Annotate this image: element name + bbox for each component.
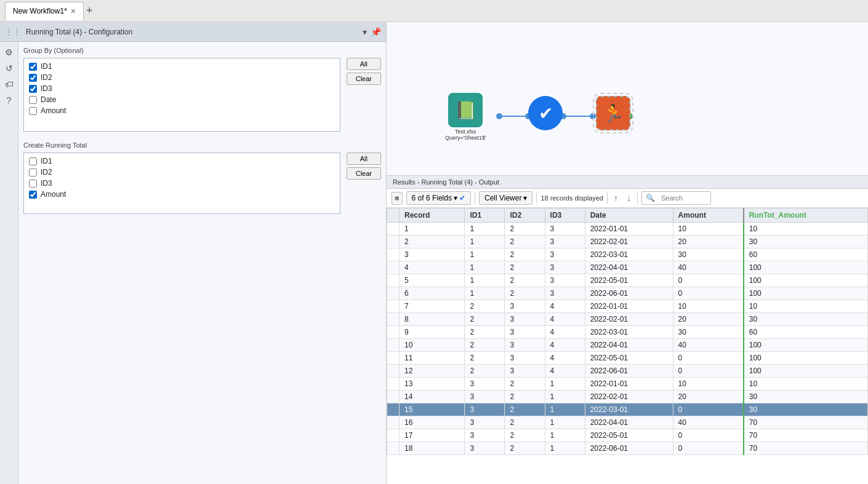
table-cell[interactable]: 40 <box>673 339 744 352</box>
table-row[interactable]: 51232022-05-010100 <box>387 274 868 287</box>
table-cell[interactable]: 1 <box>465 223 505 236</box>
table-cell[interactable]: 0 <box>673 442 744 455</box>
table-cell[interactable]: 60 <box>744 248 868 261</box>
nav-down-btn[interactable]: ↓ <box>624 192 633 204</box>
table-cell[interactable]: 60 <box>744 326 868 339</box>
table-cell[interactable]: 4 <box>400 261 465 274</box>
table-row[interactable]: 102342022-04-0140100 <box>387 339 868 352</box>
table-cell[interactable]: 3 <box>545 236 585 248</box>
table-cell[interactable]: 2 <box>465 352 505 365</box>
cell-viewer-btn[interactable]: Cell Viewer ▾ <box>479 191 532 205</box>
table-cell[interactable]: 4 <box>545 300 585 313</box>
group-by-checkbox[interactable] <box>29 96 37 104</box>
table-row[interactable]: 112342022-05-010100 <box>387 352 868 365</box>
table-cell[interactable]: 3 <box>505 352 545 365</box>
table-cell[interactable]: 2 <box>505 378 545 391</box>
workflow-canvas[interactable]: 📗 Test.xlsxQuery='Sheet1$' ✔ 🏃 <box>387 22 868 176</box>
table-cell[interactable]: 10 <box>673 223 744 236</box>
table-cell[interactable]: 9 <box>400 326 465 339</box>
table-cell[interactable]: 2022-04-01 <box>585 416 673 429</box>
node-excel[interactable]: 📗 Test.xlsxQuery='Sheet1$' <box>445 93 486 141</box>
table-cell[interactable]: 40 <box>673 261 744 274</box>
table-cell[interactable]: 8 <box>400 313 465 326</box>
table-cell[interactable]: 2 <box>505 236 545 248</box>
panel-drag-handle[interactable]: ⋮⋮ <box>5 27 21 36</box>
table-cell[interactable]: 2022-03-01 <box>585 403 673 416</box>
table-cell[interactable]: 2022-01-01 <box>585 378 673 391</box>
group-by-item[interactable]: Date <box>26 94 337 105</box>
table-cell[interactable]: 3 <box>465 391 505 403</box>
table-cell[interactable]: 4 <box>545 365 585 378</box>
table-row[interactable]: 92342022-03-013060 <box>387 326 868 339</box>
table-cell[interactable]: 2 <box>505 391 545 403</box>
table-row[interactable]: 21232022-02-012030 <box>387 236 868 248</box>
table-cell[interactable]: 0 <box>673 365 744 378</box>
table-cell[interactable]: 2 <box>505 248 545 261</box>
refresh-icon[interactable]: ↺ <box>2 61 16 75</box>
fields-selector[interactable]: 6 of 6 Fields ▾ ✔ <box>406 191 471 205</box>
table-cell[interactable]: 12 <box>400 365 465 378</box>
table-cell[interactable]: 4 <box>545 352 585 365</box>
table-cell[interactable]: 2022-05-01 <box>585 352 673 365</box>
table-cell[interactable]: 10 <box>673 378 744 391</box>
table-cell[interactable]: 3 <box>545 223 585 236</box>
table-cell[interactable]: 2022-03-01 <box>585 326 673 339</box>
columns-icon-btn[interactable]: ≡ <box>392 192 403 205</box>
table-cell[interactable]: 0 <box>673 352 744 365</box>
group-by-item[interactable]: Amount <box>26 105 337 116</box>
table-row[interactable]: 72342022-01-011010 <box>387 300 868 313</box>
table-cell[interactable]: 1 <box>545 429 585 442</box>
table-cell[interactable]: 6 <box>400 287 465 300</box>
table-cell[interactable]: 30 <box>744 403 868 416</box>
tag-icon[interactable]: 🏷 <box>2 77 16 91</box>
table-cell[interactable]: 3 <box>505 313 545 326</box>
table-cell[interactable]: 2022-04-01 <box>585 339 673 352</box>
col-header-runtot_amount[interactable]: RunTot_Amount <box>744 208 868 223</box>
group-by-item[interactable]: ID3 <box>26 83 337 94</box>
table-cell[interactable]: 70 <box>744 416 868 429</box>
help-icon[interactable]: ? <box>2 93 16 107</box>
table-cell[interactable]: 1 <box>465 236 505 248</box>
tab-workflow[interactable]: New Workflow1* × <box>5 2 84 20</box>
table-cell[interactable]: 0 <box>673 403 744 416</box>
group-by-checkbox[interactable] <box>29 107 37 115</box>
table-cell[interactable]: 2 <box>465 313 505 326</box>
table-cell[interactable]: 10 <box>744 378 868 391</box>
table-cell[interactable]: 3 <box>545 287 585 300</box>
table-cell[interactable]: 10 <box>744 223 868 236</box>
table-cell[interactable]: 20 <box>673 313 744 326</box>
table-cell[interactable]: 1 <box>545 442 585 455</box>
col-header-amount[interactable]: Amount <box>673 208 744 223</box>
table-cell[interactable]: 100 <box>744 274 868 287</box>
table-cell[interactable]: 1 <box>545 416 585 429</box>
col-header-date[interactable]: Date <box>585 208 673 223</box>
table-cell[interactable]: 11 <box>400 352 465 365</box>
table-cell[interactable]: 2 <box>505 261 545 274</box>
table-cell[interactable]: 100 <box>744 339 868 352</box>
table-cell[interactable]: 20 <box>673 236 744 248</box>
table-cell[interactable]: 30 <box>744 236 868 248</box>
col-header-id2[interactable]: ID2 <box>505 208 545 223</box>
table-row[interactable]: 31232022-03-013060 <box>387 248 868 261</box>
table-cell[interactable]: 1 <box>545 378 585 391</box>
table-cell[interactable]: 2022-06-01 <box>585 442 673 455</box>
table-cell[interactable]: 2 <box>465 365 505 378</box>
create-rt-item[interactable]: ID3 <box>26 178 337 189</box>
table-cell[interactable]: 4 <box>545 339 585 352</box>
table-cell[interactable]: 1 <box>400 223 465 236</box>
col-header-id3[interactable]: ID3 <box>545 208 585 223</box>
table-row[interactable]: 82342022-02-012030 <box>387 313 868 326</box>
table-cell[interactable]: 30 <box>673 326 744 339</box>
table-row[interactable]: 61232022-06-010100 <box>387 287 868 300</box>
collapse-btn[interactable]: ▾ <box>363 27 367 37</box>
table-cell[interactable]: 2022-06-01 <box>585 287 673 300</box>
table-cell[interactable]: 30 <box>673 248 744 261</box>
table-cell[interactable]: 3 <box>400 248 465 261</box>
table-row[interactable]: 163212022-04-014070 <box>387 416 868 429</box>
tab-close-btn[interactable]: × <box>71 6 76 16</box>
table-cell[interactable]: 2022-03-01 <box>585 248 673 261</box>
group-by-checkbox[interactable] <box>29 85 37 93</box>
node-process[interactable]: ✔ <box>528 96 563 130</box>
col-header-id1[interactable]: ID1 <box>465 208 505 223</box>
fields-btn[interactable]: 6 of 6 Fields ▾ ✔ <box>406 191 471 205</box>
